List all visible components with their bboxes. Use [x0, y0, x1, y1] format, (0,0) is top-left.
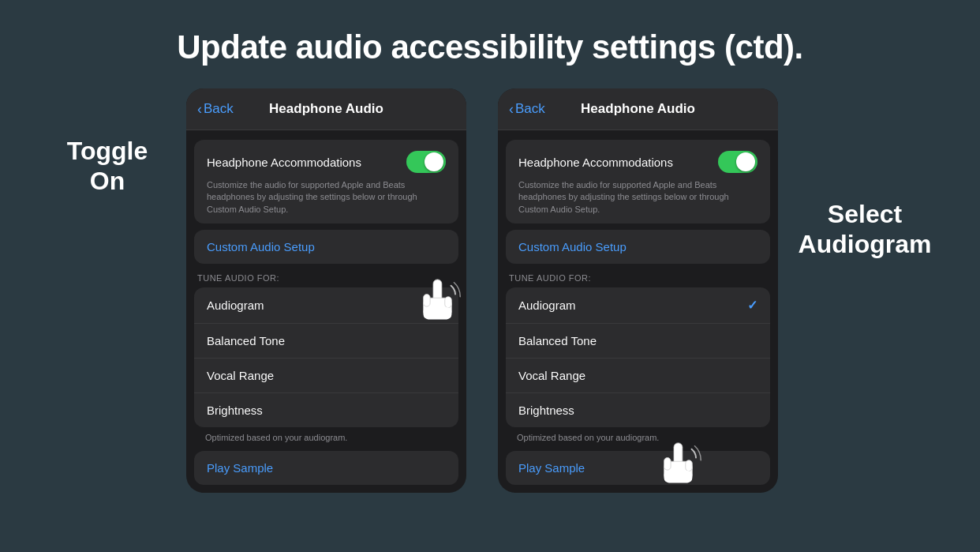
tune-footer-left: Optimized based on your audiogram.	[205, 432, 447, 444]
tune-item-balanced-right[interactable]: Balanced Tone	[506, 324, 770, 359]
tune-header-right: TUNE AUDIO FOR:	[506, 273, 770, 283]
tune-item-vocal-right[interactable]: Vocal Range	[506, 359, 770, 393]
toggle-label-left: Headphone Accommodations	[207, 156, 361, 169]
phone-content-left: Headphone Accommodations Customize the a…	[186, 140, 466, 485]
toggle-label-right: Headphone Accommodations	[518, 156, 673, 169]
toggle-knob-left	[425, 152, 443, 171]
tune-list-left: Audiogram ✓ Balanced Tone Vocal Range Br…	[194, 287, 458, 427]
back-button-left[interactable]: ‹ Back	[197, 101, 234, 118]
custom-audio-btn-left[interactable]: Custom Audio Setup	[194, 230, 458, 264]
tune-list-right: Audiogram ✓ Balanced Tone Vocal Range Br…	[506, 287, 770, 427]
tune-section-left: TUNE AUDIO FOR: Audiogram ✓ Balanced Ton…	[194, 273, 458, 444]
checkmark-audiogram-left: ✓	[436, 298, 446, 313]
tune-item-vocal-left[interactable]: Vocal Range	[194, 359, 458, 393]
phone-left: ‹ Back Headphone Audio Headphone Accommo…	[186, 88, 466, 493]
tune-item-brightness-left[interactable]: Brightness	[194, 393, 458, 427]
back-button-right[interactable]: ‹ Back	[509, 101, 545, 118]
chevron-icon-left: ‹	[197, 101, 202, 118]
custom-audio-section-right: Custom Audio Setup	[506, 230, 770, 264]
tune-section-right: TUNE AUDIO FOR: Audiogram ✓ Balanced Ton…	[506, 273, 770, 444]
left-side-label: Toggle On	[44, 136, 170, 197]
checkmark-audiogram-right: ✓	[747, 298, 757, 313]
phone-content-right: Headphone Accommodations Customize the a…	[498, 140, 778, 485]
chevron-icon-right: ‹	[509, 101, 514, 118]
play-sample-right[interactable]: Play Sample	[506, 451, 770, 485]
toggle-description-left: Customize the audio for supported Apple …	[207, 179, 446, 216]
content-area: Toggle On ‹ Back Headphone Audio Headpho…	[0, 88, 980, 493]
phone-right: ‹ Back Headphone Audio Headphone Accommo…	[498, 88, 778, 493]
tune-item-audiogram-right[interactable]: Audiogram ✓	[506, 287, 770, 324]
toggle-row-left: Headphone Accommodations	[207, 151, 446, 173]
back-label-right: Back	[515, 101, 545, 117]
toggle-description-right: Customize the audio for supported Apple …	[518, 179, 757, 216]
tune-item-audiogram-left[interactable]: Audiogram ✓	[194, 287, 458, 324]
toggle-section-left: Headphone Accommodations Customize the a…	[194, 140, 458, 223]
nav-bar-left: ‹ Back Headphone Audio	[186, 88, 466, 130]
nav-bar-right: ‹ Back Headphone Audio	[498, 88, 778, 130]
toggle-row-right: Headphone Accommodations	[518, 151, 757, 173]
tune-item-brightness-right[interactable]: Brightness	[506, 393, 770, 427]
right-side-label: Select Audiogram	[794, 199, 936, 260]
toggle-switch-right[interactable]	[718, 151, 757, 173]
custom-audio-btn-right[interactable]: Custom Audio Setup	[506, 230, 770, 264]
nav-title-right: Headphone Audio	[581, 101, 695, 117]
custom-audio-section-left: Custom Audio Setup	[194, 230, 458, 264]
back-label-left: Back	[204, 101, 234, 117]
toggle-knob-right	[736, 152, 755, 171]
toggle-switch-left[interactable]	[406, 151, 446, 173]
play-sample-left[interactable]: Play Sample	[194, 451, 458, 485]
tune-header-left: TUNE AUDIO FOR:	[194, 273, 458, 283]
tune-footer-right: Optimized based on your audiogram.	[517, 432, 759, 444]
nav-title-left: Headphone Audio	[269, 101, 383, 117]
toggle-section-right: Headphone Accommodations Customize the a…	[506, 140, 770, 223]
page-title: Update audio accessibility settings (ctd…	[177, 28, 803, 66]
tune-item-balanced-left[interactable]: Balanced Tone	[194, 324, 458, 359]
